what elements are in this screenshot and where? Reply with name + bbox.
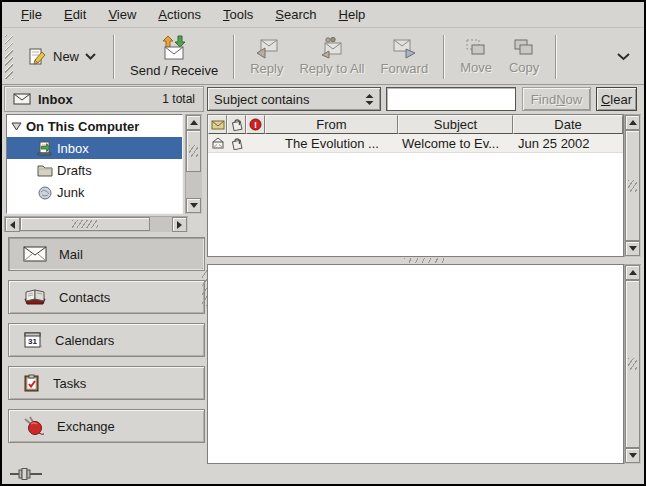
toolbar-grip-handle[interactable] xyxy=(5,35,13,79)
expander-open-icon[interactable] xyxy=(11,122,22,131)
menu-help[interactable]: Help xyxy=(330,4,375,25)
important-icon: ! xyxy=(249,118,262,131)
search-input[interactable] xyxy=(386,87,516,111)
column-attachment[interactable] xyxy=(227,115,246,134)
message-preview-pane xyxy=(207,264,624,464)
message-list-panel: ! From Subject Date xyxy=(207,114,641,257)
tree-item-label: Inbox xyxy=(57,141,89,156)
toolbar-separator xyxy=(443,35,445,79)
tree-row-inbox[interactable]: Inbox xyxy=(7,137,182,159)
scrollbar-thumb[interactable] xyxy=(186,130,201,172)
column-subject-label: Subject xyxy=(434,117,477,132)
message-count: 1 total xyxy=(162,92,195,106)
send-receive-icon xyxy=(159,35,189,61)
move-button[interactable]: Move xyxy=(452,35,500,79)
sidebar-button-tasks[interactable]: Tasks xyxy=(8,366,205,400)
scroll-up-button[interactable] xyxy=(186,115,201,130)
current-folder-title: Inbox xyxy=(38,92,73,107)
forward-icon xyxy=(391,37,417,59)
calendars-icon: 31 xyxy=(23,331,43,349)
message-list-vertical-scrollbar[interactable] xyxy=(624,114,641,257)
toolbar-separator xyxy=(113,35,115,79)
column-from-label: From xyxy=(316,117,346,132)
scrollbar-thumb[interactable] xyxy=(625,130,640,241)
tree-row-junk[interactable]: Junk xyxy=(7,181,182,203)
reply-to-all-label: Reply to All xyxy=(299,61,364,76)
reply-to-all-button[interactable]: Reply to All xyxy=(291,34,372,80)
tree-row-on-this-computer[interactable]: On This Computer xyxy=(7,115,182,137)
folder-tree-horizontal-scrollbar[interactable] xyxy=(4,216,188,232)
scroll-left-button[interactable] xyxy=(5,217,20,232)
message-list-header: ! From Subject Date xyxy=(208,115,623,134)
attachment-icon xyxy=(230,137,244,150)
new-button[interactable]: New xyxy=(17,41,106,73)
toolbar-overflow-button[interactable] xyxy=(607,45,640,68)
message-from: The Evolution ... xyxy=(285,136,379,151)
chevron-down-icon xyxy=(617,53,630,61)
contacts-icon xyxy=(23,288,47,306)
column-date[interactable]: Date xyxy=(513,115,623,134)
tasks-icon xyxy=(23,374,41,392)
reply-label: Reply xyxy=(250,61,283,76)
scroll-down-button[interactable] xyxy=(186,198,201,213)
reply-all-icon xyxy=(319,37,345,59)
envelope-icon xyxy=(13,93,31,105)
tree-row-drafts[interactable]: Drafts xyxy=(7,159,182,181)
scroll-up-button[interactable] xyxy=(625,265,640,280)
scrollbar-thumb[interactable] xyxy=(20,217,150,231)
move-icon xyxy=(464,38,488,58)
toolbar-separator xyxy=(233,35,235,79)
column-subject[interactable]: Subject xyxy=(398,115,513,134)
search-criteria-dropdown[interactable]: Subject contains xyxy=(207,87,381,111)
menu-view[interactable]: View xyxy=(99,4,145,25)
tree-item-label: Drafts xyxy=(57,163,92,178)
message-subject: Welcome to Ev... xyxy=(402,136,499,151)
sidebar-button-mail[interactable]: Mail xyxy=(8,237,205,271)
toolbar-separator xyxy=(555,35,557,79)
attachment-icon xyxy=(230,118,244,131)
copy-icon xyxy=(512,38,536,58)
sidebar-button-label: Tasks xyxy=(53,376,86,391)
copy-button[interactable]: Copy xyxy=(500,35,548,79)
clear-button[interactable]: Clear xyxy=(596,87,637,111)
reply-icon xyxy=(254,37,280,59)
sidebar-button-label: Exchange xyxy=(57,419,115,434)
send-receive-button[interactable]: Send / Receive xyxy=(122,32,226,82)
forward-button[interactable]: Forward xyxy=(372,34,436,80)
scroll-right-button[interactable] xyxy=(172,217,187,232)
copy-label: Copy xyxy=(509,60,539,75)
menu-edit[interactable]: Edit xyxy=(55,4,95,25)
column-from[interactable]: From xyxy=(265,115,398,134)
column-status[interactable] xyxy=(208,115,227,134)
sidebar-button-calendars[interactable]: 31 Calendars xyxy=(8,323,205,357)
sidebar-button-exchange[interactable]: Exchange xyxy=(8,409,205,443)
search-bar: Subject contains Find Now Clear xyxy=(207,86,641,112)
menu-tools[interactable]: Tools xyxy=(214,4,262,25)
message-row[interactable]: The Evolution ... Welcome to Ev... Jun 2… xyxy=(208,134,623,153)
column-important[interactable]: ! xyxy=(246,115,265,134)
find-now-button[interactable]: Find Now xyxy=(522,87,591,111)
menu-search[interactable]: Search xyxy=(266,4,325,25)
online-status-icon[interactable] xyxy=(10,467,44,481)
evolution-window: File Edit View Actions Tools Search Help… xyxy=(0,0,646,486)
scroll-up-button[interactable] xyxy=(625,115,640,130)
svg-text:!: ! xyxy=(254,120,257,130)
scrollbar-thumb[interactable] xyxy=(625,280,640,448)
mail-icon xyxy=(23,246,47,262)
preview-vertical-scrollbar[interactable] xyxy=(624,264,641,464)
scroll-down-button[interactable] xyxy=(625,448,640,463)
menu-actions[interactable]: Actions xyxy=(149,4,210,25)
list-preview-splitter[interactable] xyxy=(207,257,641,264)
sidebar-button-contacts[interactable]: Contacts xyxy=(8,280,205,314)
reply-button[interactable]: Reply xyxy=(242,34,291,80)
forward-label: Forward xyxy=(380,61,428,76)
message-list: ! From Subject Date xyxy=(207,114,624,257)
scroll-down-button[interactable] xyxy=(625,241,640,256)
menu-file[interactable]: File xyxy=(12,4,51,25)
chevron-down-icon xyxy=(85,53,96,60)
folder-tree-vertical-scrollbar[interactable] xyxy=(185,114,202,214)
folder-header-bar[interactable]: Inbox 1 total xyxy=(4,86,204,112)
envelope-icon xyxy=(211,120,225,130)
tree-root-label: On This Computer xyxy=(26,119,139,134)
search-criteria-value: Subject contains xyxy=(214,92,361,107)
